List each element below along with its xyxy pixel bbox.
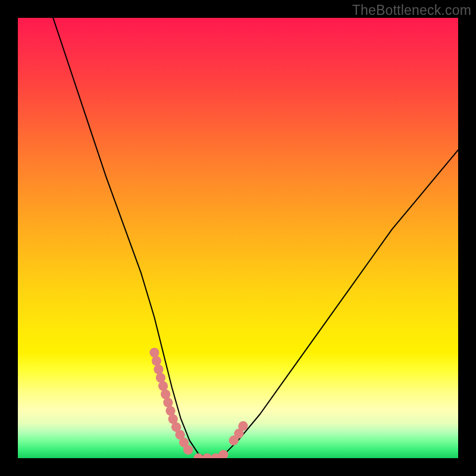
curve-layer	[18, 18, 458, 458]
watermark-text: TheBottleneck.com	[352, 2, 471, 18]
highlight-dots-left-path	[154, 352, 194, 453]
highlight-dots-right-path	[234, 418, 247, 440]
bottleneck-curve-path	[53, 18, 458, 458]
highlight-dots-bottom-path	[198, 454, 224, 458]
plot-area	[18, 18, 458, 458]
chart-root: TheBottleneck.com	[0, 0, 476, 476]
